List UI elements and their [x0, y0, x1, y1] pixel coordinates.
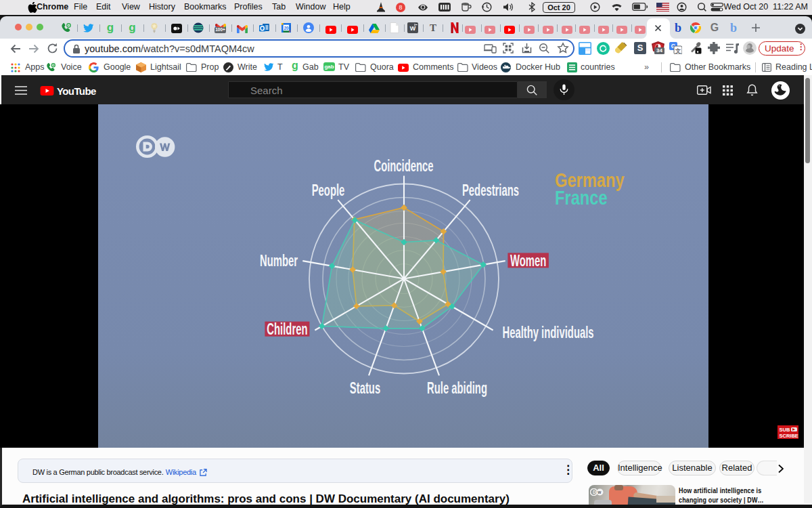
- svg-text:People: People: [312, 181, 345, 198]
- svg-text:Status: Status: [350, 379, 380, 397]
- svg-text:w: w: [597, 490, 602, 494]
- svg-text:Women: Women: [510, 251, 546, 269]
- svg-text:D: D: [593, 490, 596, 494]
- svg-text:Pedestrians: Pedestrians: [462, 181, 519, 198]
- svg-text:Number: Number: [260, 252, 298, 270]
- svg-text:Children: Children: [267, 320, 307, 338]
- svg-text:文: 文: [675, 47, 681, 54]
- svg-text:Rule abiding: Rule abiding: [427, 379, 487, 397]
- svg-text:France: France: [555, 186, 608, 209]
- svg-text:Healthy individuals: Healthy individuals: [502, 323, 593, 341]
- svg-text:20: 20: [284, 26, 289, 30]
- svg-text:Coincidence: Coincidence: [374, 157, 433, 175]
